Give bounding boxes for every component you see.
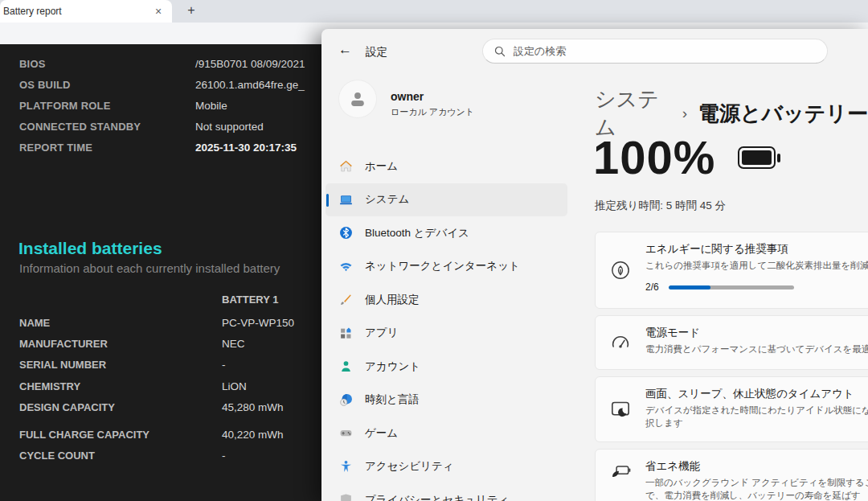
card-title: 省エネ機能 bbox=[645, 459, 868, 474]
card-title: エネルギーに関する推奨事項 bbox=[645, 242, 868, 257]
avatar[interactable] bbox=[339, 80, 376, 117]
screen-timeout-icon bbox=[610, 399, 631, 420]
settings-card[interactable]: エネルギーに関する推奨事項 これらの推奨事項を適用して二酸化炭素排出量を削減 2… bbox=[595, 232, 868, 309]
sidebar-item-label: プライバシーとセキュリティ bbox=[365, 493, 509, 501]
sidebar-item[interactable]: アプリ bbox=[326, 317, 567, 351]
network-icon bbox=[338, 259, 353, 273]
sidebar-item[interactable]: ホーム bbox=[326, 150, 567, 183]
battery-column-header: BATTERY 1 bbox=[222, 294, 279, 306]
settings-search-input[interactable]: 設定の検索 bbox=[482, 39, 828, 64]
sidebar-item[interactable]: Bluetooth とデバイス bbox=[326, 216, 567, 250]
sidebar-item[interactable]: ゲーム bbox=[326, 417, 567, 450]
settings-sidebar: ホーム システム Bluetooth とデバイス ネットワークとインターネット … bbox=[326, 150, 567, 501]
row-label: DESIGN CAPACITY bbox=[19, 401, 222, 413]
sidebar-item-label: システム bbox=[365, 192, 409, 207]
card-subtitle: デバイスが指定された時間にわたりアイドル状態になった場 択します bbox=[645, 404, 868, 429]
card-subtitle: 一部のバックグラウンド アクティビティを制限すること で、電力消費を削減し、バッ… bbox=[645, 476, 868, 501]
sidebar-item[interactable]: 時刻と言語 bbox=[326, 384, 567, 417]
row-label: FULL CHARGE CAPACITY bbox=[19, 429, 222, 441]
sidebar-item[interactable]: システム bbox=[326, 183, 567, 217]
sidebar-item[interactable]: ネットワークとインターネット bbox=[326, 250, 567, 284]
sidebar-item-label: ネットワークとインターネット bbox=[365, 259, 520, 273]
row-value: 45,280 mWh bbox=[222, 401, 284, 413]
row-value: NEC bbox=[222, 338, 245, 350]
eco-icon bbox=[610, 260, 631, 281]
settings-window: ← 設定 設定の検索 owner ローカル アカウント ホーム システム Blu… bbox=[321, 29, 868, 501]
new-tab-button[interactable]: + bbox=[183, 3, 199, 18]
home-icon bbox=[338, 159, 353, 174]
time-language-icon bbox=[338, 392, 353, 407]
row-label: BIOS bbox=[19, 58, 195, 70]
row-value: - bbox=[222, 359, 226, 371]
progress-label: 2/6 bbox=[645, 281, 659, 293]
sidebar-item[interactable]: アクセシビリティ bbox=[326, 450, 567, 484]
row-value: /915B0701 08/09/2021 bbox=[195, 58, 305, 70]
sidebar-item-label: アプリ bbox=[365, 326, 398, 340]
row-label: MANUFACTURER bbox=[19, 338, 222, 350]
row-value: LiON bbox=[222, 380, 247, 392]
row-label: PLATFORM ROLE bbox=[19, 100, 195, 112]
privacy-icon bbox=[338, 493, 353, 501]
row-value: Mobile bbox=[195, 100, 227, 112]
row-label: SERIAL NUMBER bbox=[19, 359, 222, 371]
settings-card-list: エネルギーに関する推奨事項 これらの推奨事項を適用して二酸化炭素排出量を削減 2… bbox=[595, 232, 868, 501]
search-icon bbox=[494, 46, 506, 57]
battery-full-icon bbox=[738, 146, 776, 169]
account-name: owner bbox=[391, 90, 424, 103]
sidebar-item[interactable]: プライバシーとセキュリティ bbox=[326, 483, 567, 501]
sidebar-item[interactable]: アカウント bbox=[326, 350, 567, 384]
installed-batteries-heading: Installed batteries bbox=[18, 239, 162, 258]
accessibility-icon bbox=[338, 459, 353, 474]
row-value: Not supported bbox=[195, 121, 264, 133]
card-title: 電源モード bbox=[645, 326, 868, 340]
row-value: 2025-11-30 20:17:35 bbox=[195, 142, 297, 154]
bluetooth-icon bbox=[338, 226, 353, 240]
progress-bar bbox=[669, 285, 794, 290]
system-icon bbox=[338, 192, 353, 207]
page-title: 電源とバッテリー bbox=[698, 100, 868, 128]
apps-icon bbox=[338, 326, 353, 340]
row-value: 40,220 mWh bbox=[222, 429, 284, 441]
power-mode-icon bbox=[610, 332, 631, 353]
settings-card[interactable]: 省エネ機能 一部のバックグラウンド アクティビティを制限すること で、電力消費を… bbox=[595, 449, 868, 501]
personalization-icon bbox=[338, 293, 353, 307]
settings-title: 設定 bbox=[366, 45, 387, 60]
row-value: - bbox=[222, 450, 226, 462]
battery-estimate: 推定残り時間: 5 時間 45 分 bbox=[595, 199, 726, 213]
battery-percent: 100% bbox=[593, 130, 715, 184]
sidebar-item-label: アカウント bbox=[365, 359, 420, 374]
battery-status: 100% bbox=[593, 130, 776, 184]
settings-card[interactable]: 画面、スリープ、休止状態のタイムアウト デバイスが指定された時間にわたりアイドル… bbox=[595, 376, 868, 442]
card-title: 画面、スリープ、休止状態のタイムアウト bbox=[645, 387, 868, 401]
person-icon bbox=[347, 88, 368, 109]
back-button[interactable]: ← bbox=[338, 42, 352, 58]
sidebar-item[interactable]: 個人用設定 bbox=[326, 283, 567, 317]
tab-title: Battery report bbox=[3, 6, 146, 17]
browser-tab-strip: Battery report × + bbox=[0, 0, 868, 23]
sidebar-item-label: Bluetooth とデバイス bbox=[365, 226, 469, 240]
tab-close-icon[interactable]: × bbox=[155, 5, 162, 18]
sidebar-item-label: 時刻と言語 bbox=[365, 392, 420, 407]
gaming-icon bbox=[338, 426, 353, 441]
row-label: REPORT TIME bbox=[19, 142, 195, 154]
sidebar-item-label: ゲーム bbox=[365, 426, 398, 441]
accounts-icon bbox=[338, 359, 353, 374]
row-value: 26100.1.amd64fre.ge_ bbox=[195, 79, 305, 91]
row-label: CYCLE COUNT bbox=[19, 450, 222, 462]
settings-card[interactable]: 電源モード 電力消費とパフォーマンスに基づいてデバイスを最適化 bbox=[595, 315, 868, 370]
row-label: CHEMISTRY bbox=[19, 380, 222, 392]
row-label: NAME bbox=[19, 317, 222, 329]
card-subtitle: これらの推奨事項を適用して二酸化炭素排出量を削減 bbox=[645, 259, 868, 272]
energy-progress: 2/6 bbox=[645, 281, 868, 293]
energy-saver-icon bbox=[610, 461, 631, 482]
browser-tab[interactable]: Battery report × bbox=[0, 0, 172, 23]
progress-bar-fill bbox=[669, 285, 710, 290]
search-placeholder: 設定の検索 bbox=[514, 44, 566, 59]
account-type: ローカル アカウント bbox=[391, 106, 474, 118]
sidebar-item-label: 個人用設定 bbox=[365, 293, 420, 307]
row-value: PC-VP-WP150 bbox=[222, 317, 294, 329]
breadcrumb-separator-icon: › bbox=[682, 105, 687, 122]
row-label: OS BUILD bbox=[19, 79, 195, 91]
sidebar-item-label: アクセシビリティ bbox=[365, 459, 454, 474]
card-subtitle: 電力消費とパフォーマンスに基づいてデバイスを最適化 bbox=[645, 343, 868, 355]
